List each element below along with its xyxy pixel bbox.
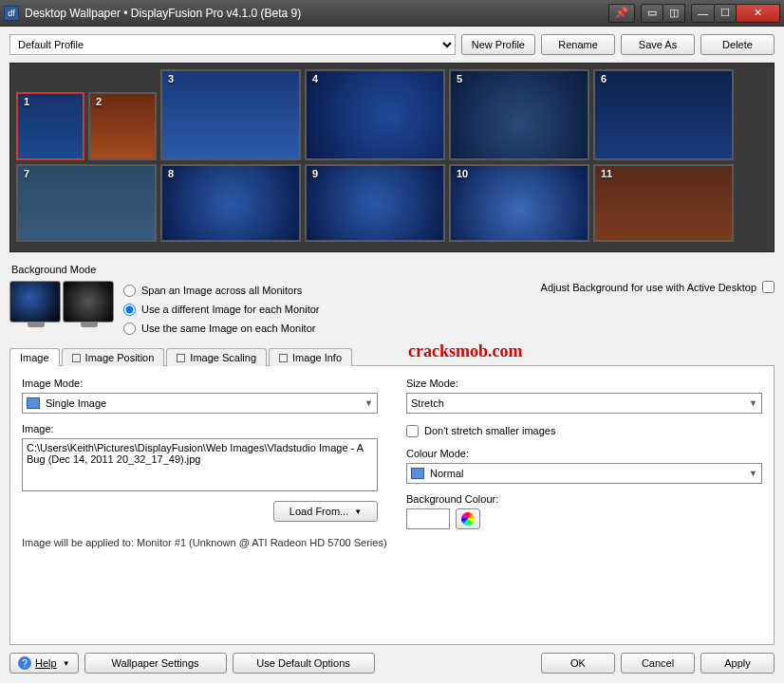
profile-select[interactable]: Default Profile — [9, 34, 456, 55]
square-icon — [177, 354, 185, 362]
background-mode-section: Background Mode Span an Image across all… — [9, 260, 775, 338]
monitor-1[interactable]: 1 — [16, 92, 84, 160]
monitor-2[interactable]: 2 — [88, 92, 157, 160]
wallpaper-settings-button[interactable]: Wallpaper Settings — [84, 653, 227, 674]
monitor-5[interactable]: 5 — [449, 69, 589, 160]
chevron-down-icon: ▼ — [354, 508, 362, 516]
size-mode-select[interactable]: Stretch ▼ — [406, 393, 762, 414]
maximize-button[interactable]: ☐ — [715, 4, 737, 23]
radio-span[interactable]: Span an Image across all Monitors — [123, 281, 320, 300]
adjust-active-desktop: Adjust Background for use with Active De… — [541, 281, 775, 293]
load-from-button[interactable]: Load From...▼ — [273, 501, 378, 522]
tab-image-info[interactable]: Image Info — [269, 348, 352, 366]
adjust-checkbox[interactable] — [762, 281, 775, 293]
tabs: Image Image Position Image Scaling Image… — [9, 347, 775, 366]
monitor-8[interactable]: 8 — [160, 164, 301, 242]
new-profile-button[interactable]: New Profile — [461, 34, 535, 55]
image-path-label: Image: — [22, 423, 378, 434]
titlebar: df Desktop Wallpaper • DisplayFusion Pro… — [0, 0, 784, 27]
monitor-3[interactable]: 3 — [160, 69, 301, 160]
tab-panel-image: Image Mode: Single Image ▼ Image: Load F… — [9, 366, 775, 645]
thumb-monitor-a — [9, 281, 61, 323]
save-as-button[interactable]: Save As — [621, 34, 695, 55]
background-colour-label: Background Colour: — [406, 493, 762, 505]
monitor-4[interactable]: 4 — [305, 69, 445, 160]
colour-picker-button[interactable] — [456, 508, 480, 529]
background-colour-swatch[interactable] — [406, 508, 450, 529]
cancel-button[interactable]: Cancel — [621, 653, 695, 674]
tab-image[interactable]: Image — [9, 348, 60, 366]
background-mode-thumbs — [9, 281, 114, 323]
tab-image-scaling[interactable]: Image Scaling — [166, 348, 267, 366]
background-mode-heading: Background Mode — [11, 264, 775, 275]
radio-different[interactable]: Use a different Image for each Monitor — [123, 300, 320, 319]
image-icon — [411, 468, 424, 479]
extra-button-1[interactable]: ▭ — [641, 4, 663, 23]
image-path-field[interactable] — [22, 438, 378, 491]
pin-button[interactable]: 📌 — [608, 4, 635, 23]
chevron-down-icon: ▼ — [63, 659, 70, 668]
monitor-6[interactable]: 6 — [593, 69, 734, 160]
monitor-11[interactable]: 11 — [593, 164, 734, 242]
extra-button-2[interactable]: ◫ — [663, 4, 685, 23]
monitor-grid: 1 2 3 4 5 6 7 8 9 10 11 — [9, 63, 775, 252]
chevron-down-icon: ▼ — [364, 398, 373, 408]
thumb-monitor-b — [63, 281, 114, 323]
ok-button[interactable]: OK — [541, 653, 615, 674]
footer: ? Help ▼ Wallpaper Settings Use Default … — [9, 645, 775, 674]
monitor-9[interactable]: 9 — [305, 164, 445, 242]
image-icon — [27, 397, 40, 409]
help-button[interactable]: ? Help ▼ — [9, 653, 79, 674]
image-mode-select[interactable]: Single Image ▼ — [22, 393, 378, 414]
size-mode-label: Size Mode: — [406, 378, 762, 389]
square-icon — [72, 354, 81, 362]
close-button[interactable]: ✕ — [737, 4, 780, 23]
colour-mode-select[interactable]: Normal ▼ — [406, 463, 762, 484]
radio-same[interactable]: Use the same Image on each Monitor — [123, 319, 320, 338]
monitor-7[interactable]: 7 — [16, 164, 157, 242]
app-icon: df — [4, 6, 19, 21]
image-mode-label: Image Mode: — [22, 378, 378, 389]
square-icon — [279, 354, 288, 362]
background-mode-radios: Span an Image across all Monitors Use a … — [123, 281, 320, 338]
adjust-label: Adjust Background for use with Active De… — [541, 282, 756, 293]
chevron-down-icon: ▼ — [749, 398, 757, 408]
chevron-down-icon: ▼ — [749, 469, 757, 478]
apply-button[interactable]: Apply — [700, 653, 775, 674]
colour-wheel-icon — [461, 512, 475, 526]
monitor-10[interactable]: 10 — [449, 164, 589, 242]
use-default-options-button[interactable]: Use Default Options — [233, 653, 375, 674]
help-icon: ? — [18, 656, 31, 670]
applied-to-status: Image will be applied to: Monitor #1 (Un… — [22, 537, 762, 548]
minimize-button[interactable]: — — [691, 4, 715, 23]
colour-mode-label: Colour Mode: — [406, 448, 762, 459]
tab-image-position[interactable]: Image Position — [62, 348, 165, 366]
rename-button[interactable]: Rename — [541, 34, 615, 55]
dont-stretch-checkbox[interactable]: Don't stretch smaller images — [406, 421, 762, 440]
profile-row: Default Profile New Profile Rename Save … — [9, 34, 775, 55]
delete-button[interactable]: Delete — [700, 34, 775, 55]
window-title: Desktop Wallpaper • DisplayFusion Pro v4… — [25, 7, 607, 20]
